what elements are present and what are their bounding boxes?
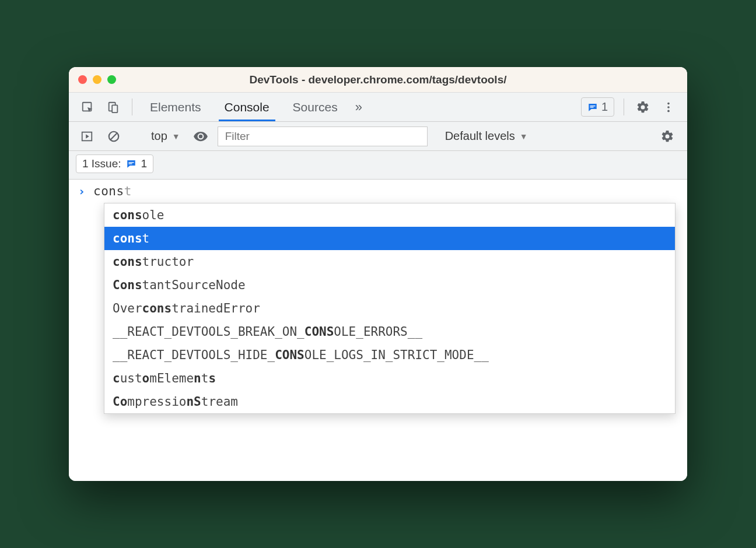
- autocomplete-item[interactable]: customElements: [104, 367, 675, 390]
- autocomplete-item[interactable]: CompressionStream: [104, 390, 675, 413]
- svg-rect-11: [128, 162, 134, 163]
- devtools-window: DevTools - developer.chrome.com/tags/dev…: [69, 67, 687, 481]
- chevron-down-icon: ▼: [520, 132, 528, 141]
- autocomplete-item[interactable]: ConstantSourceNode: [104, 273, 675, 297]
- tab-sources[interactable]: Sources: [282, 93, 348, 121]
- svg-rect-4: [590, 107, 593, 107]
- prompt-caret-icon: ›: [78, 184, 85, 198]
- more-tabs-icon[interactable]: »: [351, 93, 367, 121]
- console-settings-icon[interactable]: [656, 129, 679, 143]
- levels-label: Default levels: [445, 129, 515, 143]
- traffic-lights: [78, 75, 116, 84]
- issues-badge-count: 1: [601, 100, 608, 114]
- svg-point-5: [667, 102, 670, 104]
- svg-rect-12: [128, 163, 132, 164]
- filter-input[interactable]: [218, 127, 428, 146]
- autocomplete-item[interactable]: __REACT_DEVTOOLS_HIDE_CONSOLE_LOGS_IN_ST…: [104, 343, 675, 367]
- message-icon: [587, 102, 598, 113]
- main-toolbar: Elements Console Sources » 1: [69, 93, 687, 122]
- autocomplete-item[interactable]: __REACT_DEVTOOLS_BREAK_ON_CONSOLE_ERRORS…: [104, 320, 675, 343]
- close-icon[interactable]: [78, 75, 87, 84]
- autocomplete-item[interactable]: constructor: [104, 250, 675, 273]
- zoom-icon[interactable]: [107, 75, 116, 84]
- autocomplete-item[interactable]: const: [104, 227, 675, 250]
- chevron-down-icon: ▼: [172, 132, 180, 141]
- message-icon: [126, 159, 136, 169]
- separator: [132, 99, 132, 115]
- console-output: › const consoleconstconstructorConstantS…: [69, 180, 687, 481]
- device-toolbar-icon[interactable]: [102, 93, 125, 121]
- kebab-menu-icon[interactable]: [657, 93, 680, 121]
- log-levels-selector[interactable]: Default levels ▼: [445, 129, 528, 143]
- toggle-sidebar-icon[interactable]: [77, 130, 97, 143]
- svg-rect-3: [590, 106, 595, 106]
- minimize-icon[interactable]: [93, 75, 102, 84]
- issues-chip[interactable]: 1 Issue: 1: [76, 154, 153, 173]
- tab-console[interactable]: Console: [214, 93, 280, 121]
- autocomplete-popup: consoleconstconstructorConstantSourceNod…: [104, 203, 676, 414]
- window-title: DevTools - developer.chrome.com/tags/dev…: [250, 73, 507, 86]
- titlebar: DevTools - developer.chrome.com/tags/dev…: [69, 67, 687, 93]
- issues-row: 1 Issue: 1: [69, 151, 687, 180]
- settings-icon[interactable]: [631, 93, 654, 121]
- svg-rect-2: [112, 105, 117, 113]
- context-label: top: [151, 129, 167, 143]
- issues-chip-label: 1 Issue:: [82, 157, 121, 170]
- prompt-text: const: [93, 184, 132, 198]
- inspect-element-icon[interactable]: [76, 93, 99, 121]
- live-expression-icon[interactable]: [191, 129, 211, 144]
- tab-elements[interactable]: Elements: [139, 93, 212, 121]
- svg-point-7: [667, 110, 670, 112]
- console-prompt[interactable]: › const: [69, 180, 687, 201]
- autocomplete-item[interactable]: OverconstrainedError: [104, 297, 675, 320]
- autocomplete-item[interactable]: console: [104, 203, 675, 227]
- clear-console-icon[interactable]: [104, 130, 124, 143]
- svg-line-10: [110, 132, 118, 140]
- issues-badge[interactable]: 1: [581, 97, 614, 117]
- separator: [624, 99, 624, 115]
- issues-chip-count: 1: [141, 157, 148, 170]
- context-selector[interactable]: top ▼: [148, 129, 184, 143]
- console-toolbar: top ▼ Default levels ▼: [69, 122, 687, 151]
- svg-point-6: [667, 106, 670, 108]
